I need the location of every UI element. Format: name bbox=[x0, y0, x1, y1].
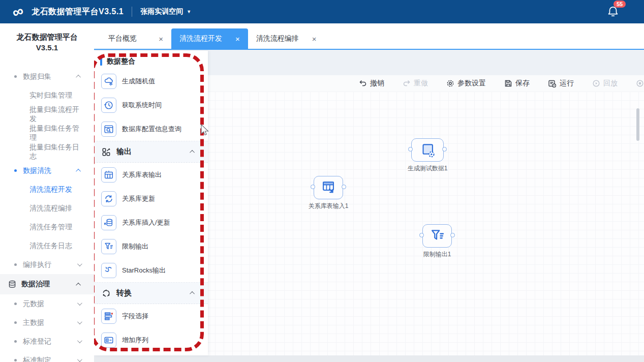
node-palette-panel: 数据整合 生成随机值 获取系统时间 bbox=[94, 51, 208, 355]
transform-section-icon bbox=[101, 288, 111, 298]
stop-icon bbox=[636, 79, 644, 87]
database-icon bbox=[8, 280, 16, 288]
generate-test-data-icon bbox=[419, 141, 436, 159]
tab-platform-overview[interactable]: 平台概览 × bbox=[100, 28, 171, 49]
sidebar-item-cleaning-task-mgmt[interactable]: 清洗任务管理 bbox=[0, 218, 94, 236]
sidebar-item-realtime-collection[interactable]: 实时归集管理 bbox=[0, 86, 94, 105]
run-icon bbox=[548, 79, 557, 88]
node-label: 生成测试数据1 bbox=[397, 164, 458, 173]
parameter-settings-button[interactable]: 参数设置 bbox=[446, 79, 486, 88]
bullet-icon bbox=[14, 359, 17, 361]
table-output-icon bbox=[103, 169, 114, 180]
limit-output-icon bbox=[103, 241, 114, 252]
sidebar-item-cleaning-task-log[interactable]: 清洗任务日志 bbox=[0, 236, 94, 255]
notification-bell-button[interactable]: 55 bbox=[606, 5, 620, 18]
node-output-port[interactable] bbox=[442, 147, 447, 152]
flow-editor-content: 撤销 重做 参数设置 bbox=[94, 50, 644, 362]
sidebar-item-data-governance[interactable]: 数据治理 bbox=[0, 274, 94, 294]
save-button[interactable]: 保存 bbox=[504, 79, 530, 88]
tab-bar: 平台概览 × 清洗流程开发 × 清洗流程编排 × bbox=[94, 23, 644, 50]
redo-icon bbox=[403, 79, 411, 87]
sidebar-item-batch-flow-dev[interactable]: 批量归集流程开发 bbox=[0, 105, 94, 124]
palette-item-partial[interactable] bbox=[94, 352, 208, 355]
bottom-status-strip bbox=[94, 355, 644, 362]
app-title: 龙石数据管理平台V3.5.1 bbox=[32, 7, 124, 17]
node-input-port[interactable] bbox=[408, 147, 413, 152]
palette-section-transform[interactable]: 转换 bbox=[94, 282, 208, 304]
palette-item-system-time[interactable]: 获取系统时间 bbox=[94, 93, 208, 117]
node-output-port[interactable] bbox=[342, 185, 346, 189]
output-section-icon bbox=[101, 147, 111, 157]
sidebar-item-batch-task-log[interactable]: 批量归集任务日志 bbox=[0, 142, 94, 161]
sidebar: 龙石数据管理平台 V3.5.1 数据归集 实时归集管理 批量归集流程开发 批量归… bbox=[0, 23, 94, 362]
divider bbox=[132, 7, 132, 17]
palette-item-table-output[interactable]: 关系库表输出 bbox=[94, 163, 208, 187]
sidebar-item-master-data[interactable]: 主数据 bbox=[0, 313, 94, 332]
redo-button[interactable]: 重做 bbox=[403, 79, 428, 88]
bullet-icon bbox=[14, 169, 17, 172]
tab-cleaning-flow-dev[interactable]: 清洗流程开发 × bbox=[171, 28, 248, 49]
sidebar-item-batch-task-mgmt[interactable]: 批量归集任务管理 bbox=[0, 124, 94, 142]
node-input-port[interactable] bbox=[419, 233, 424, 237]
system-time-icon bbox=[103, 100, 114, 111]
db-insert-update-icon bbox=[103, 217, 114, 228]
top-bar: ∞ 龙石数据管理平台V3.5.1 张雨实训空间 ▼ 55 bbox=[0, 0, 644, 23]
app-logo-icon: ∞ bbox=[7, 1, 29, 23]
sidebar-item-cleaning-flow-dev[interactable]: 清洗流程开发 bbox=[0, 180, 94, 199]
starrocks-icon bbox=[103, 265, 114, 276]
notification-badge: 55 bbox=[614, 1, 626, 8]
sidebar-item-data-collection[interactable]: 数据归集 bbox=[0, 67, 94, 86]
sidebar-item-data-cleaning[interactable]: 数据清洗 bbox=[0, 161, 94, 180]
node-limit-output[interactable]: 限制输出1 bbox=[407, 224, 468, 259]
caret-down-icon: ▼ bbox=[187, 9, 191, 14]
bullet-icon bbox=[14, 340, 17, 343]
chevron-up-icon bbox=[76, 75, 81, 80]
limit-output-icon bbox=[428, 227, 446, 245]
node-label: 关系库表输入1 bbox=[298, 202, 359, 210]
palette-scrollbar[interactable] bbox=[636, 108, 639, 141]
undo-icon bbox=[359, 79, 367, 87]
palette-item-db-config-query[interactable]: 数据库配置信息查询 bbox=[94, 117, 208, 141]
palette-category-header: 数据整合 bbox=[94, 51, 208, 69]
sidebar-item-cleaning-flow-orchestration[interactable]: 清洗流程编排 bbox=[0, 199, 94, 218]
chevron-up-icon bbox=[190, 291, 195, 296]
palette-item-db-insert-update[interactable]: 关系库插入/更新 bbox=[94, 210, 208, 234]
sidebar-item-standard-registration[interactable]: 标准登记 bbox=[0, 332, 94, 351]
palette-section-output[interactable]: 输出 bbox=[94, 141, 208, 163]
close-icon[interactable]: × bbox=[235, 35, 240, 43]
random-value-icon bbox=[103, 76, 114, 87]
category-accent-bar bbox=[100, 57, 102, 66]
db-config-query-icon bbox=[103, 124, 114, 135]
close-icon[interactable]: × bbox=[312, 35, 317, 43]
palette-item-add-sequence[interactable]: 增加序列 bbox=[94, 328, 208, 352]
sidebar-item-standard-formulation[interactable]: 标准制定 bbox=[0, 351, 94, 362]
sidebar-item-orchestration-exec[interactable]: 编排执行 bbox=[0, 255, 94, 274]
save-icon bbox=[504, 79, 512, 87]
chevron-down-icon bbox=[77, 319, 82, 324]
add-sequence-icon bbox=[103, 335, 114, 346]
table-input-icon bbox=[320, 179, 337, 196]
chevron-down-icon bbox=[77, 338, 82, 343]
node-generate-test-data[interactable]: 生成测试数据1 bbox=[397, 138, 458, 173]
palette-item-random-value[interactable]: 生成随机值 bbox=[94, 69, 208, 93]
workspace-dropdown[interactable]: 张雨实训空间 ▼ bbox=[140, 7, 191, 16]
palette-item-field-select[interactable]: 字段选择 bbox=[94, 304, 208, 328]
replay-button[interactable]: 回放 bbox=[592, 79, 618, 88]
run-button[interactable]: 运行 bbox=[548, 79, 574, 88]
chevron-down-icon bbox=[77, 261, 82, 266]
palette-item-limit-output[interactable]: 限制输出 bbox=[94, 234, 208, 258]
node-input-port[interactable] bbox=[311, 185, 315, 189]
close-icon[interactable]: × bbox=[159, 35, 163, 43]
field-select-icon bbox=[103, 311, 114, 322]
terminate-button[interactable]: 终止 bbox=[636, 79, 644, 88]
node-table-input[interactable]: 关系库表输入1 bbox=[298, 176, 359, 210]
chevron-up-icon bbox=[76, 282, 81, 287]
chevron-down-icon bbox=[77, 357, 82, 362]
palette-item-starrocks-output[interactable]: StarRocks输出 bbox=[94, 258, 208, 282]
node-output-port[interactable] bbox=[450, 233, 455, 237]
tab-cleaning-flow-orchestration[interactable]: 清洗流程编排 × bbox=[248, 28, 325, 49]
palette-item-db-update[interactable]: 关系库更新 bbox=[94, 187, 208, 210]
bullet-icon bbox=[14, 303, 17, 305]
sidebar-item-metadata[interactable]: 元数据 bbox=[0, 294, 94, 313]
undo-button[interactable]: 撤销 bbox=[359, 79, 384, 88]
